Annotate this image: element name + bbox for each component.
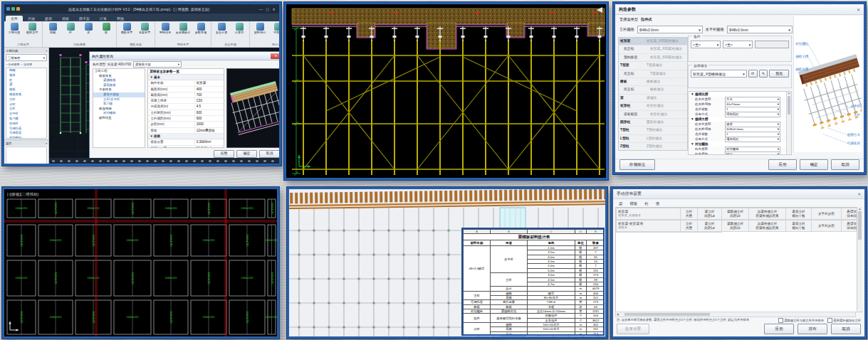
section-collapse-icon[interactable]: ▼: [691, 142, 694, 146]
component-list-item[interactable]: 剪刀撑: [6, 117, 46, 122]
property-row[interactable]: 立杆纵距(mm)600: [148, 110, 224, 116]
quick-access-icon[interactable]: [11, 7, 15, 11]
member-method-item[interactable]: 矩形梁矩形梁_X00梁柱做法: [619, 38, 687, 46]
horizontal-scrollbar[interactable]: ◀: [615, 312, 856, 317]
panel-cad-elevation[interactable]: [284, 2, 608, 180]
option-checkbox[interactable]: 悬挑梁外侧加设立杆: [827, 319, 861, 322]
preview-button[interactable]: 预览: [769, 70, 789, 78]
ribbon-tab[interactable]: 开始: [23, 16, 40, 21]
category-tab[interactable]: 柱: [644, 201, 648, 206]
member-method-item[interactable]: 高支模楼板做法: [619, 86, 687, 94]
ribbon-button[interactable]: 板: [98, 22, 114, 42]
member-method-item[interactable]: 梁板截面矩形柱做法: [619, 111, 687, 119]
member-method-item[interactable]: L型柱L型柱做法: [619, 135, 687, 143]
component-list-item[interactable]: 楼板: [6, 87, 46, 92]
property-row[interactable]: 截面宽(mm)400: [148, 87, 224, 92]
ribbon-button[interactable]: 智能排布: [157, 22, 173, 42]
quick-access-icon[interactable]: [6, 7, 10, 11]
dialog-button[interactable]: 确定: [236, 150, 257, 158]
component-list-item[interactable]: 立杆: [6, 107, 46, 112]
component-list-item[interactable]: 柱: [6, 78, 46, 83]
ribbon-tab[interactable]: 计算: [95, 16, 112, 21]
grid-value-combo[interactable]: M14▾: [725, 152, 780, 156]
component-list-item[interactable]: 次楞: [6, 102, 46, 107]
property-row[interactable]: 模板自重0.30kN/m²: [148, 139, 224, 145]
close-icon[interactable]: ✕: [857, 7, 860, 12]
ribbon-tab[interactable]: 建模: [40, 16, 57, 21]
window-control-button[interactable]: —: [258, 7, 264, 11]
component-type-combo[interactable]: 梁模板支架▾: [133, 61, 182, 68]
quick-access-icon[interactable]: [16, 7, 20, 11]
property-row[interactable]: 构件名称矩形梁: [148, 80, 224, 86]
tree-item[interactable]: 剪刀撑: [93, 102, 145, 107]
close-icon[interactable]: ✕: [857, 192, 861, 196]
dialog-button[interactable]: 应用: [214, 150, 234, 158]
floor-filter[interactable]: ○ 全部楼层 ○ 当前层: [4, 62, 48, 67]
property-row[interactable]: 截面高(mm)700: [148, 92, 224, 98]
member-method-item[interactable]: 高支模T型梁做法: [619, 70, 687, 78]
ribbon-button[interactable]: 楼层管理: [24, 22, 40, 42]
ribbon-button[interactable]: 计算书: [231, 22, 247, 42]
ribbon-button[interactable]: 支架布置: [137, 22, 152, 42]
dialog-button[interactable]: 取消: [259, 150, 280, 158]
ribbon-button[interactable]: 材料统计: [252, 22, 268, 42]
ok-button[interactable]: 确定: [800, 159, 828, 170]
tree-item[interactable]: 梁底模板: [93, 83, 145, 88]
condition-value-input[interactable]: [755, 41, 789, 48]
component-list-item[interactable]: 可调底座: [6, 131, 46, 136]
tree-item[interactable]: 梁侧模板: [93, 78, 145, 83]
option-checkbox[interactable]: 梁两侧立杆与板立杆共用排布: [778, 319, 824, 322]
cancel-button[interactable]: 取消: [831, 324, 861, 334]
pin-icon[interactable]: ▪: [46, 49, 47, 53]
property-row[interactable]: 立杆横距(mm)900: [148, 116, 224, 122]
member-method-item[interactable]: 矩形柱矩形柱做法: [619, 102, 687, 110]
component-list-item[interactable]: 水平杆: [6, 112, 46, 117]
property-row[interactable]: 混凝土强度C30: [148, 98, 224, 104]
ribbon-button[interactable]: 柱: [63, 22, 78, 42]
panel-3d-model[interactable]: ABCDE 梁模板材料统计表 材料名称用途规格单位数量 48×3.5钢管水平杆1…: [287, 187, 607, 339]
ribbon-button[interactable]: 轴网: [45, 22, 61, 42]
member-method-item[interactable]: T型柱T型柱做法: [619, 127, 687, 134]
member-method-item[interactable]: 预制楼面矩形梁_X00梁柱做法: [619, 54, 687, 62]
property-row[interactable]: 支模高度(m)4.5: [148, 104, 224, 110]
tree-item[interactable]: 模板体系: [93, 74, 145, 79]
window-control-button[interactable]: ✕: [271, 7, 277, 11]
member-method-item[interactable]: 圆形柱圆形柱做法: [619, 119, 687, 127]
viewport-label[interactable]: [-][俯视][二维线框]: [7, 192, 38, 197]
ribbon-button[interactable]: 平面图: [270, 22, 281, 42]
pole-spec-combo[interactable]: Φ48x3.0mm▾: [637, 26, 703, 33]
property-row[interactable]: 面板12mm覆膜板: [148, 128, 224, 134]
ribbon-tab[interactable]: 模板: [57, 16, 74, 21]
method-combo[interactable]: 矩形梁_X型楼梯做法▾: [691, 70, 747, 78]
condition-combo-1[interactable]: <无>▾: [691, 41, 721, 48]
pin-icon[interactable]: ▪: [46, 142, 47, 145]
apply-button[interactable]: 应用: [768, 159, 797, 170]
tree-item[interactable]: 材料信息: [93, 116, 145, 121]
arrange-button[interactable]: 排布: [798, 324, 827, 334]
component-list-item[interactable]: 对拉螺栓: [6, 136, 46, 139]
ribbon-button[interactable]: 高支模辨识: [175, 22, 191, 42]
grid-value-combo[interactable]: 缩短间距▾: [725, 112, 780, 117]
member-method-item[interactable]: T型梁T型梁做法: [619, 62, 687, 70]
member-method-item[interactable]: 底定模矩形梁_X00梁柱做法: [619, 46, 687, 53]
member-method-item[interactable]: Z型柱Z型柱做法: [619, 143, 687, 151]
ribbon-button[interactable]: 工程信息: [6, 22, 22, 42]
batch-settings-button[interactable]: 批量设置: [617, 324, 649, 334]
section-collapse-icon[interactable]: ▼: [691, 117, 694, 121]
vertical-scrollbar[interactable]: ▲: [857, 207, 862, 311]
property-row[interactable]: 混凝土自重24.0kN/m³: [148, 146, 224, 148]
section-collapse-icon[interactable]: ▼: [150, 75, 152, 79]
ribbon-button[interactable]: 参数复核: [193, 22, 209, 42]
refresh-icon[interactable]: ⟳: [748, 70, 758, 78]
component-list-item[interactable]: 梁: [6, 83, 46, 87]
category-tab[interactable]: 墙: [656, 201, 659, 206]
component-list-item[interactable]: 模板面板: [6, 92, 46, 97]
panel-cad-plan[interactable]: [-][俯视][二维线框] 2440x12202440x12202440x122…: [2, 187, 279, 339]
tree-item[interactable]: 支架体系: [93, 87, 145, 92]
tree-item[interactable]: 构造措施: [93, 107, 145, 112]
cad-3d-viewport[interactable]: 构件属性查询 ✕ 构件类型: 矩形梁 400×700 梁模板支架▾ 当前工程模板…: [49, 48, 279, 164]
section-collapse-icon[interactable]: ▼: [150, 134, 152, 138]
close-icon[interactable]: ✕: [271, 53, 281, 59]
tree-item[interactable]: 立杆/水平杆: [93, 97, 145, 102]
component-list-item[interactable]: 墙体: [6, 73, 46, 78]
